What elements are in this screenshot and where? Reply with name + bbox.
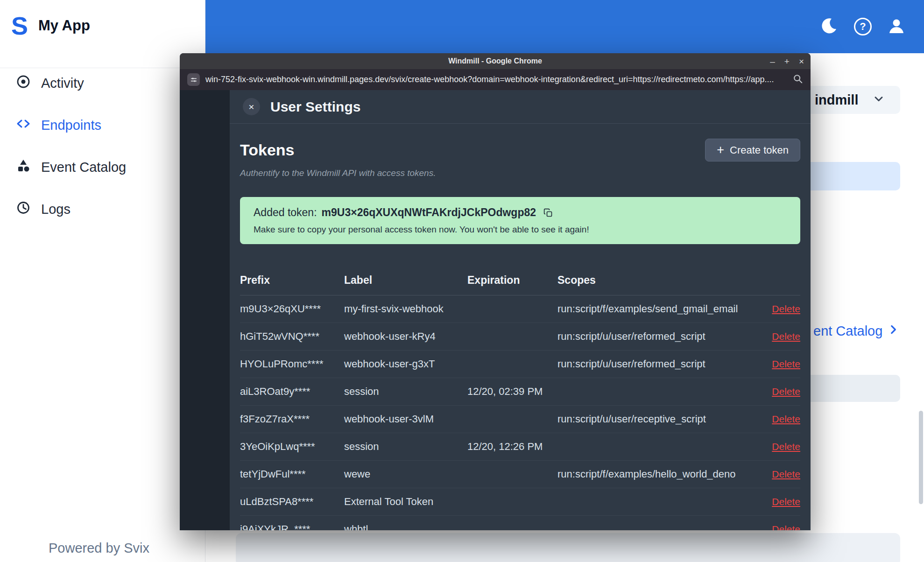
svix-logo-icon: S [11, 13, 28, 38]
col-prefix: Prefix [240, 274, 344, 287]
token-prefix: HYOLuPRomc**** [240, 358, 344, 370]
tokens-subtitle: Authentify to the Windmill API with acce… [240, 168, 800, 178]
window-content: × User Settings Tokens + Create token Au… [180, 90, 811, 530]
token-scopes: run:script/u/user/reformed_script [557, 330, 768, 343]
token-row: i9AjXYkJR..**** whbtl Delete [240, 516, 800, 530]
delete-link[interactable]: Delete [772, 441, 800, 452]
chevron-down-icon [872, 92, 885, 107]
sidebar-item-activity[interactable]: Activity [0, 66, 205, 100]
plus-icon: + [717, 144, 724, 156]
sidebar-item-label: Event Catalog [41, 160, 126, 175]
app-logo-row: S My App [0, 0, 205, 51]
delete-link[interactable]: Delete [772, 303, 800, 314]
token-added-alert: Added token: m9U3×26qXUXqNWtFAKrdjJCkPOd… [240, 197, 800, 244]
token-row: tetYjDwFul**** wewe run:script/f/example… [240, 461, 800, 488]
sidebar-item-endpoints[interactable]: Endpoints [0, 108, 205, 142]
sidebar-item-event-catalog[interactable]: Event Catalog [0, 150, 205, 184]
token-label: session [344, 386, 467, 398]
token-prefix: uLdBztSPA8**** [240, 496, 344, 508]
code-brackets-icon [16, 116, 31, 134]
sidebar-item-logs[interactable]: Logs [0, 192, 205, 226]
token-label: wewe [344, 468, 467, 480]
token-label: session [344, 441, 467, 453]
token-row: uLdBztSPA8**** External Tool Token Delet… [240, 488, 800, 516]
event-catalog-link-label: ent Catalog [813, 323, 882, 339]
token-label: my-first-svix-webhook [344, 303, 467, 315]
token-row: HYOLuPRomc**** webhook-user-g3xT run:scr… [240, 351, 800, 378]
tokens-table-header: Prefix Label Expiration Scopes [240, 244, 800, 295]
delete-link[interactable]: Delete [772, 496, 800, 507]
token-expiration: 12/20, 12:26 PM [467, 441, 557, 453]
col-label: Label [344, 274, 467, 287]
sidebar-item-label: Activity [41, 76, 84, 91]
workspace-dropdown-label: indmill [815, 92, 858, 108]
event-catalog-link[interactable]: ent Catalog [813, 323, 899, 339]
maximize-button[interactable]: + [784, 57, 790, 66]
token-alert-line: Added token: m9U3×26qXUXqNWtFAKrdjJCkPOd… [254, 206, 787, 219]
token-prefix: m9U3×26qXU**** [240, 303, 344, 315]
token-prefix: i9AjXYkJR..**** [240, 523, 344, 530]
close-window-button[interactable]: × [799, 57, 804, 66]
token-label: webhook-user-kRy4 [344, 330, 467, 343]
delete-link[interactable]: Delete [772, 469, 800, 479]
token-row: hGiT52wVNQ**** webhook-user-kRy4 run:scr… [240, 323, 800, 351]
create-token-label: Create token [730, 144, 789, 156]
delete-link[interactable]: Delete [772, 414, 800, 424]
drawer-title: User Settings [270, 99, 360, 115]
token-prefix: tetYjDwFul**** [240, 468, 344, 480]
bottom-panel-fragment [236, 533, 900, 562]
copy-icon[interactable] [543, 208, 553, 218]
sidebar-item-label: Logs [41, 202, 71, 217]
token-prefix: aiL3ROat9y**** [240, 386, 344, 398]
app-title: My App [38, 17, 90, 34]
sidebar: S My App Activity Endpoints Event Catalo… [0, 0, 205, 562]
token-alert-note: Make sure to copy your personal access t… [254, 225, 787, 235]
address-bar[interactable]: win-752-fix-svix-webhook-win.windmill.pa… [180, 69, 811, 90]
token-scopes: run:script/f/examples/send_gmail_email [557, 303, 768, 315]
create-token-button[interactable]: + Create token [705, 139, 800, 162]
delete-link[interactable]: Delete [772, 524, 800, 530]
token-scopes: run:script/f/examples/hello_world_deno [557, 468, 768, 480]
chrome-window: Windmill - Google Chrome – + × win-752-f… [180, 53, 811, 530]
site-settings-icon[interactable] [187, 73, 200, 86]
col-scopes: Scopes [557, 274, 768, 287]
token-row: f3FzoZ7raX**** webhook-user-3vlM run:scr… [240, 406, 800, 433]
token-value: m9U3×26qXUXqNWtFAKrdjJCkPOdwgp82 [322, 206, 536, 219]
drawer-overlay[interactable] [180, 90, 230, 530]
window-controls: – + × [770, 53, 804, 69]
powered-by-svix: Powered by Svix [49, 541, 149, 556]
token-scopes: run:script/u/user/receptive_script [557, 413, 768, 425]
page-scrollbar[interactable] [919, 411, 923, 504]
close-drawer-button[interactable]: × [243, 98, 260, 115]
history-clock-icon [16, 200, 31, 218]
window-title: Windmill - Google Chrome [448, 57, 542, 65]
col-expiration: Expiration [467, 274, 557, 287]
token-label: External Tool Token [344, 496, 467, 508]
token-prefix: 3YeOiKpLwq**** [240, 441, 344, 453]
chevron-right-icon [887, 323, 899, 339]
drawer-header: × User Settings [230, 90, 811, 124]
delete-link[interactable]: Delete [772, 386, 800, 397]
token-label: whbtl [344, 523, 467, 530]
token-row: 3YeOiKpLwq**** session 12/20, 12:26 PM D… [240, 433, 800, 461]
activity-icon [16, 74, 31, 92]
shapes-icon [16, 158, 31, 176]
tokens-heading: Tokens [240, 141, 295, 159]
token-label: webhook-user-3vlM [344, 413, 467, 425]
token-label: webhook-user-g3xT [344, 358, 467, 370]
token-row: aiL3ROat9y**** session 12/20, 02:39 PM D… [240, 378, 800, 406]
token-alert-label: Added token: [254, 206, 317, 219]
token-row: m9U3×26qXU**** my-first-svix-webhook run… [240, 295, 800, 323]
dark-mode-icon[interactable] [819, 16, 838, 37]
help-icon[interactable]: ? [854, 18, 872, 35]
delete-link[interactable]: Delete [772, 331, 800, 342]
app-topbar: ? [205, 0, 924, 53]
minimize-button[interactable]: – [770, 57, 775, 66]
window-titlebar[interactable]: Windmill - Google Chrome – + × [180, 53, 811, 69]
search-icon[interactable] [793, 74, 803, 86]
delete-link[interactable]: Delete [772, 358, 800, 369]
url-text: win-752-fix-svix-webhook-win.windmill.pa… [205, 75, 787, 84]
token-expiration: 12/20, 02:39 PM [467, 386, 557, 398]
account-icon[interactable] [888, 17, 905, 36]
sidebar-item-label: Endpoints [41, 118, 101, 133]
